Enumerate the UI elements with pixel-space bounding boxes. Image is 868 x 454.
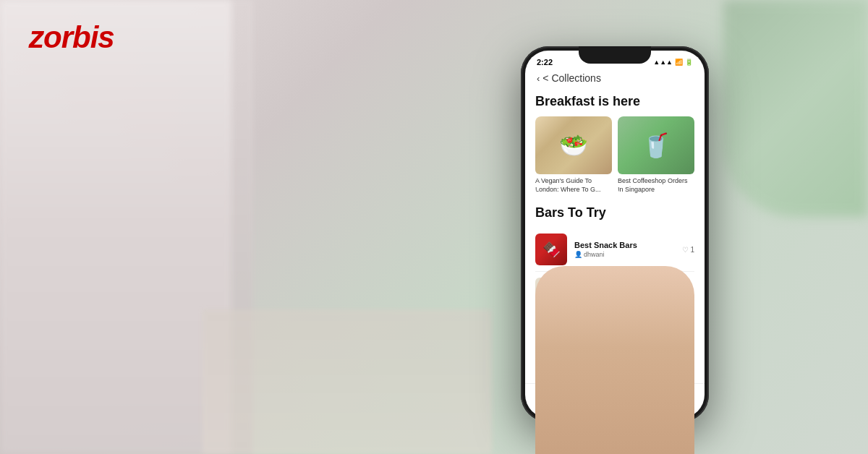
back-arrow-icon[interactable]: ‹ [537, 73, 540, 84]
breakfast-section-title: Breakfast is here [535, 94, 694, 109]
author-icon-snack: 👤 [574, 251, 582, 258]
status-icons: ▲▲▲ 📶 🔋 [653, 59, 693, 66]
heart-icon-snack: ♡ [682, 246, 689, 254]
breakfast-cards-grid: A Vegan's Guide To London: Where To G...… [535, 116, 694, 194]
battery-icon: 🔋 [685, 59, 693, 66]
hand [535, 266, 694, 454]
card-label-coffeeshop: Best Coffeeshop Orders In Singapore [618, 177, 694, 194]
phone-notch [579, 46, 651, 64]
nav-bar[interactable]: ‹ < Collections [525, 69, 705, 88]
bars-section-title: Bars To Try [535, 205, 694, 220]
list-item-likes-snack: ♡ 1 [682, 246, 694, 254]
card-coffeeshop[interactable]: Best Coffeeshop Orders In Singapore [618, 116, 694, 194]
list-thumb-snack [535, 234, 567, 265]
list-item-title-snack: Best Snack Bars [574, 241, 675, 249]
signal-icon: ▲▲▲ [653, 59, 673, 66]
card-vegan-guide[interactable]: A Vegan's Guide To London: Where To G... [535, 116, 612, 194]
wifi-icon: 📶 [675, 59, 683, 66]
list-info-snack: Best Snack Bars 👤 dhwani [574, 241, 675, 258]
brand-logo: zorbis [29, 20, 114, 55]
card-image-food2 [618, 116, 694, 174]
phone-scene: 2:22 ▲▲▲ 📶 🔋 ‹ < Collections Breakfast i… [405, 0, 825, 454]
list-item-author-snack: 👤 dhwani [574, 251, 675, 258]
status-time: 2:22 [537, 58, 553, 67]
card-image-food1 [535, 116, 612, 174]
bg-shape-left [0, 0, 231, 454]
card-label-vegan-guide: A Vegan's Guide To London: Where To G... [535, 177, 612, 194]
nav-title: < Collections [542, 72, 601, 84]
